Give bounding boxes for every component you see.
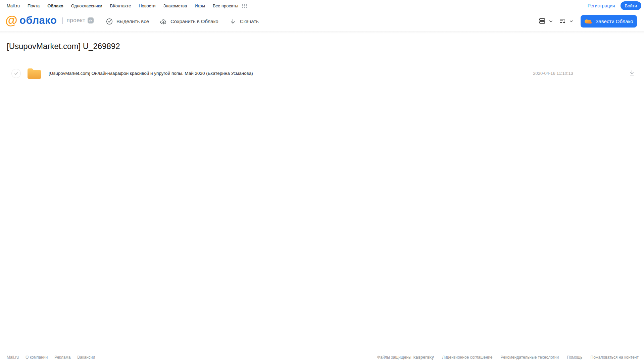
folder-icon (27, 67, 42, 81)
header-right-controls: Завести Облако (537, 11, 644, 31)
sort-control[interactable] (559, 17, 574, 26)
footer-license-link[interactable]: Лицензионное соглашение (442, 355, 492, 360)
download-button[interactable]: Скачать (229, 18, 259, 25)
select-all-label: Выделить все (116, 18, 149, 24)
auth-area: Регистрация Войти (588, 1, 641, 10)
cloud-mailru-page: Mail.ru Почта Облако Одноклассники ВКонт… (0, 0, 644, 362)
login-button[interactable]: Войти (621, 1, 641, 10)
nav-vkontakte[interactable]: ВКонтакте (110, 3, 131, 8)
toolbar-actions: Выделить все Сохранить в Облако Скачать (106, 11, 259, 31)
nav-znakomstva[interactable]: Знакомства (163, 3, 187, 8)
chevron-down-icon (549, 19, 553, 25)
create-cloud-button[interactable]: Завести Облако (581, 15, 637, 28)
nav-mailru[interactable]: Mail.ru (7, 3, 20, 8)
footer-help-link[interactable]: Помощь (567, 355, 582, 360)
cloud-logo[interactable]: @ облако | проект vk (5, 14, 94, 27)
footer-report-link[interactable]: Пожаловаться на контент (591, 355, 639, 360)
nav-pochta[interactable]: Почта (28, 3, 40, 8)
footer-left-links: Mail.ru О компании Реклама Вакансии (7, 355, 95, 360)
save-to-cloud-label: Сохранить в Облако (170, 18, 218, 24)
page-title: [UsupovMarket.com] U_269892 (7, 42, 120, 51)
nav-odnoklassniki[interactable]: Одноклассники (71, 3, 102, 8)
all-projects-grid-icon[interactable] (242, 4, 247, 8)
nav-all-projects[interactable]: Все проекты (213, 3, 238, 8)
mailru-at-icon: @ (5, 14, 17, 27)
row-checkbox[interactable] (11, 69, 21, 78)
cloud-icon (584, 18, 592, 25)
footer-right-links: Файлы защищены kaspersky Лицензионное со… (377, 355, 639, 360)
cloud-upload-icon (160, 18, 167, 25)
top-navigation: Mail.ru Почта Облако Одноклассники ВКонт… (0, 0, 644, 11)
footer-about-link[interactable]: О компании (26, 355, 48, 360)
footer: Mail.ru О компании Реклама Вакансии Файл… (0, 352, 644, 362)
footer-recommendations-link[interactable]: Рекомендательные технологии (501, 355, 559, 360)
kaspersky-logo-link[interactable]: kaspersky (413, 355, 434, 360)
vk-badge-icon: vk (88, 17, 94, 23)
row-download-icon[interactable] (629, 69, 635, 77)
kaspersky-protected: Файлы защищены kaspersky (377, 355, 434, 360)
project-label: проект (67, 17, 86, 24)
footer-ads-link[interactable]: Реклама (54, 355, 70, 360)
protected-label: Файлы защищены (377, 355, 411, 360)
registration-link[interactable]: Регистрация (588, 3, 615, 8)
rows-view-icon (538, 17, 546, 26)
nav-novosti[interactable]: Новости (139, 3, 155, 8)
check-circle-icon (106, 18, 113, 25)
view-mode-control[interactable] (538, 17, 553, 26)
footer-jobs-link[interactable]: Вакансии (77, 355, 95, 360)
create-cloud-label: Завести Облако (595, 18, 633, 24)
download-arrow-icon (229, 18, 237, 25)
nav-igry[interactable]: Игры (195, 3, 205, 8)
check-icon (14, 71, 18, 76)
chevron-down-icon (569, 19, 574, 25)
logo-divider: | (61, 16, 63, 24)
select-all-button[interactable]: Выделить все (106, 18, 149, 25)
save-to-cloud-button[interactable]: Сохранить в Облако (160, 18, 218, 25)
header-divider (0, 31, 644, 34)
file-row[interactable]: [UsupovMarket.com] Онлайн-марафон красив… (0, 66, 644, 81)
logo-text: облако (19, 15, 57, 25)
header-toolbar: @ облако | проект vk Выделить все Сохран… (0, 11, 644, 31)
sort-icon (559, 17, 566, 26)
portal-links: Mail.ru Почта Облако Одноклассники ВКонт… (7, 3, 247, 8)
folder-name-link[interactable]: [UsupovMarket.com] Онлайн-марафон красив… (49, 71, 253, 76)
file-modified-date: 2020-04-16 11:10:13 (533, 71, 573, 76)
footer-mailru-link[interactable]: Mail.ru (7, 355, 19, 360)
nav-oblako[interactable]: Облако (47, 3, 63, 8)
download-label: Скачать (240, 18, 259, 24)
